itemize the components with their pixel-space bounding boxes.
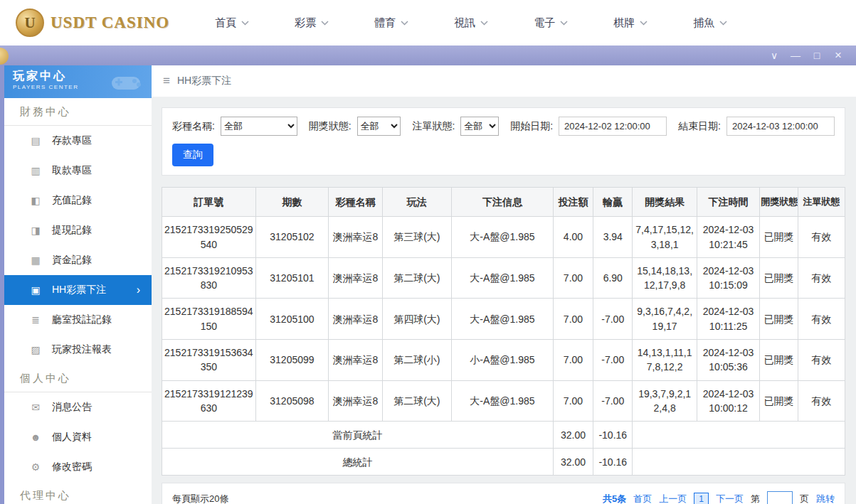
cell-period: 31205100 [255,299,329,340]
nav-item-home[interactable]: 首頁 [215,16,249,30]
nav-item-electronic[interactable]: 電子 [534,16,568,30]
bets-table-panel: 訂單號 期數 彩種名稱 玩法 下注信息 投注額 輸贏 開獎結果 下注時間 開獎狀… [162,187,845,476]
col-header-play: 玩法 [382,188,452,217]
summary-win: -10.16 [593,449,633,476]
sidebar-item-label: 取款專區 [52,164,92,177]
bell-icon: ✉ [30,402,41,413]
col-header-period: 期數 [255,188,329,217]
nav-label: 捕魚 [693,16,714,30]
report-icon: ▨ [30,344,41,355]
cell-time: 2024-12-03 10:15:09 [697,257,759,299]
cell-play: 第三球(大) [382,217,452,258]
cell-lottery: 澳洲幸运8 [329,217,382,258]
top-navbar: U USDT CASINO 首頁 彩票 體育 視訊 電子 棋牌 捕魚 [0,0,856,45]
window-dropdown-icon[interactable]: ∨ [763,45,785,65]
section-personal-center: 個人中心 [4,365,152,392]
gear-icon: ⚙ [30,461,41,473]
sidebar-item-withdrawal-records[interactable]: ◨ 提現記錄 [4,215,152,245]
next-page-link[interactable]: 下一页 [716,493,744,504]
logo-coin-icon: U [16,9,44,37]
sidebar-item-deposit[interactable]: ▤ 存款專區 [4,126,152,156]
cell-win: 3.94 [593,217,633,258]
query-button[interactable]: 查詢 [172,144,213,166]
sidebar-item-recharge-records[interactable]: ◧ 充值記錄 [4,186,152,215]
col-header-draw-status: 開獎狀態 [760,188,798,217]
start-date-input[interactable] [559,117,667,136]
lottery-bets-icon: ▣ [30,284,41,296]
nav-item-boardgames[interactable]: 棋牌 [613,16,648,30]
chevron-down-icon [719,21,727,26]
sidebar-item-profile[interactable]: ☻ 個人資料 [4,422,152,452]
table-row: 2152173319250529540 31205102 澳洲幸运8 第三球(大… [162,217,845,258]
hamburger-icon[interactable]: ≡ [163,74,170,88]
breadcrumb: ≡ HH彩票下注 [152,65,856,97]
sidebar-item-change-password[interactable]: ⚙ 修改密碼 [4,452,152,482]
draw-status-label: 開獎狀態: [309,120,352,133]
summary-label: 總統計 [162,449,554,476]
cell-play: 第二球(小) [382,340,452,381]
section-agent-center: 代理中心 [4,482,152,504]
cell-time: 2024-12-03 10:11:25 [697,299,759,340]
cell-result: 15,14,18,13,12,17,9,8 [633,257,697,299]
nav-item-video[interactable]: 視訊 [454,16,488,30]
sidebar-item-label: 提現記錄 [52,224,92,237]
cell-order: 2152173319121239630 [162,380,256,422]
page-jump-input[interactable] [767,491,793,504]
logo[interactable]: U USDT CASINO [16,9,169,37]
summary-label: 當前頁統計 [162,422,554,449]
end-date-label: 結束日期: [678,120,721,133]
pagination-bar: 每頁顯示20條 共5条 首页 上一页 1 下一页 第 页 跳转 [162,483,845,504]
first-page-link[interactable]: 首页 [633,493,652,504]
cell-bet-status: 有效 [798,340,845,381]
draw-status-select[interactable]: 全部 [357,117,401,136]
cell-time: 2024-12-03 10:05:36 [697,340,759,381]
sidebar-item-player-bet-report[interactable]: ▨ 玩家投注報表 [4,335,152,365]
chevron-down-icon [401,21,408,26]
nav-item-sports[interactable]: 體育 [374,16,408,30]
lottery-name-select[interactable]: 全部 [221,117,297,136]
section-finance-center: 財務中心 [4,98,152,126]
page-prefix-label: 第 [751,493,760,504]
withdrawal-record-icon: ◨ [30,225,41,236]
page-suffix-label: 页 [800,493,809,504]
sidebar: 玩家中心 PLAYERS CENTER 財務中心 ▤ 存款專區 ▥ 取款專區 ◧… [4,65,152,504]
lottery-name-label: 彩種名稱: [172,120,215,133]
current-page-summary-row: 當前頁統計 32.00 -10.16 [162,422,845,449]
chevron-down-icon [241,21,249,26]
sidebar-item-announcements[interactable]: ✉ 消息公告 [4,392,152,422]
maximize-icon[interactable]: □ [806,45,828,65]
cell-lottery: 澳洲幸运8 [329,340,382,381]
cell-order: 2152173319210953830 [162,257,256,299]
cell-period: 31205099 [255,340,329,381]
content-area: 彩種名稱: 全部 開獎狀態: 全部 注單狀態: 全部 開始日期: 結束日期: [152,97,856,504]
nav-item-fishing[interactable]: 捕魚 [693,16,727,30]
sidebar-item-hh-lottery-bets[interactable]: ▣ HH彩票下注 › [4,275,152,305]
end-date-input[interactable] [726,117,835,136]
gamepad-icon [107,71,144,94]
jump-button[interactable]: 跳转 [816,493,835,504]
sidebar-item-fund-records[interactable]: ▦ 資金記錄 [4,245,152,275]
nav-item-lottery[interactable]: 彩票 [295,16,329,30]
cell-play: 第二球(大) [382,380,452,422]
bet-status-select[interactable]: 全部 [460,117,499,136]
cell-bet-status: 有效 [798,380,845,422]
sidebar-item-room-bet-records[interactable]: ≣ 廳室投註記錄 [4,305,152,335]
close-icon[interactable]: × [828,45,849,65]
bets-table: 訂單號 期數 彩種名稱 玩法 下注信息 投注額 輸贏 開獎結果 下注時間 開獎狀… [162,187,845,476]
cell-result: 19,3,7,9,2,12,4,8 [633,380,697,422]
cell-win: 6.90 [593,257,633,299]
cell-time: 2024-12-03 10:21:45 [697,217,759,258]
room-bets-icon: ≣ [30,314,41,326]
table-header-row: 訂單號 期數 彩種名稱 玩法 下注信息 投注額 輸贏 開獎結果 下注時間 開獎狀… [162,188,845,217]
sidebar-item-withdraw[interactable]: ▥ 取款專區 [4,156,152,186]
cell-bet-info: 大-A盤@1.985 [452,217,554,258]
summary-empty [633,449,845,476]
prev-page-link[interactable]: 上一页 [659,493,687,504]
filter-panel: 彩種名稱: 全部 開獎狀態: 全部 注單狀態: 全部 開始日期: 結束日期: [162,107,845,176]
minimize-icon[interactable]: — [785,45,806,65]
table-row: 2152173319188594150 31205100 澳洲幸运8 第四球(大… [162,299,845,340]
deposit-icon: ▤ [30,135,41,146]
sidebar-item-label: 消息公告 [52,401,92,414]
nav-label: 彩票 [295,16,316,30]
current-page-indicator[interactable]: 1 [694,493,709,504]
